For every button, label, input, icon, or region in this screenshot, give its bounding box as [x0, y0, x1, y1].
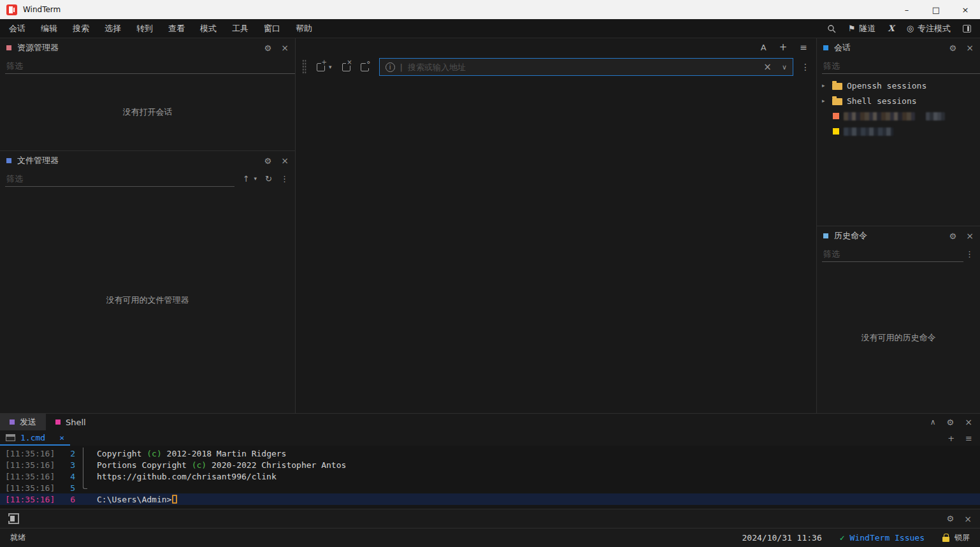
layout-icon[interactable]: [963, 25, 971, 33]
sessions-filter-input[interactable]: [823, 61, 900, 71]
terminal-line-number: 2: [51, 449, 75, 458]
gear-icon[interactable]: ⚙: [264, 156, 272, 166]
history-filter-input[interactable]: [823, 249, 900, 259]
menu-right-tools: ⚑ 隧道 X ◎ 专注模式: [827, 23, 971, 34]
more-dots-icon[interactable]: ⋮: [280, 174, 289, 184]
address-toolbar: ▾ i | × ∨ ⋮: [296, 56, 816, 78]
menu-item-mode[interactable]: 模式: [192, 19, 224, 38]
add-icon[interactable]: +: [948, 434, 955, 443]
tunnel-button[interactable]: ⚑ 隧道: [848, 23, 876, 34]
tab-send[interactable]: 发送: [0, 414, 46, 430]
tree-item-redacted-session[interactable]: [817, 108, 980, 124]
refresh-icon[interactable]: ↻: [265, 174, 272, 184]
tab-shell[interactable]: Shell: [46, 414, 96, 430]
menu-item-session[interactable]: 会话: [1, 19, 33, 38]
explorer-panel-header: 资源管理器 ⚙ ×: [0, 38, 295, 57]
close-icon[interactable]: ×: [59, 433, 64, 442]
gear-icon[interactable]: ⚙: [949, 43, 957, 53]
tree-item-shell-sessions[interactable]: ▸ Shell sessions: [817, 93, 980, 108]
more-dots-icon[interactable]: ⋮: [965, 249, 974, 259]
filter-underline: [822, 261, 963, 262]
terminal-output[interactable]: [11:35:16] 2 Copyright (c) 2012-2018 Mar…: [0, 446, 980, 509]
menu-item-tools[interactable]: 工具: [224, 19, 256, 38]
windterm-outline-icon[interactable]: [8, 513, 19, 524]
file-manager-panel-icon: [6, 158, 11, 163]
menu-item-view[interactable]: 查看: [161, 19, 192, 38]
session-type-icon: [833, 128, 839, 135]
gear-icon[interactable]: ⚙: [949, 231, 957, 241]
windterm-issues-link[interactable]: ✓ WindTerm Issues: [840, 533, 925, 543]
windterm-logo-icon: [6, 4, 17, 15]
shell-tab-icon: [55, 419, 61, 425]
history-panel-icon: [823, 233, 828, 238]
font-icon[interactable]: A: [761, 43, 767, 52]
clear-icon[interactable]: ×: [763, 61, 772, 73]
up-arrow-icon[interactable]: ↑: [243, 174, 250, 184]
menu-item-window[interactable]: 窗口: [256, 19, 288, 38]
windterm-window: WindTerm – □ × 会话 编辑 搜索 选择 转到 查看 模式 工具 窗…: [0, 0, 980, 547]
menu-item-goto[interactable]: 转到: [129, 19, 161, 38]
output-block-indicator: [80, 448, 93, 459]
hamburger-menu-icon[interactable]: ≡: [800, 42, 807, 52]
focus-mode-button[interactable]: ◎ 专注模式: [907, 23, 951, 34]
explorer-filter-input[interactable]: [6, 61, 83, 71]
search-icon[interactable]: [827, 24, 836, 33]
gear-icon[interactable]: ⚙: [947, 514, 955, 523]
file-manager-panel-actions: ⚙ ×: [264, 156, 289, 166]
file-manager-filter-input[interactable]: [6, 174, 83, 184]
menu-item-select[interactable]: 选择: [97, 19, 129, 38]
tree-item-label: Openssh sessions: [847, 81, 926, 91]
close-icon[interactable]: ×: [281, 43, 289, 52]
add-icon[interactable]: +: [779, 41, 788, 53]
close-icon[interactable]: ×: [966, 43, 974, 52]
more-dots-icon[interactable]: ⋮: [801, 62, 810, 72]
tab-1cmd[interactable]: 1.cmd ×: [0, 430, 70, 446]
close-tab-icon[interactable]: [342, 63, 350, 71]
terminal-line: [11:35:16] 2 Copyright (c) 2012-2018 Mar…: [0, 448, 980, 459]
left-column: 资源管理器 ⚙ × 没有打开会话 文件管理器 ⚙: [0, 38, 296, 413]
collapse-icon[interactable]: ∧: [930, 418, 936, 427]
tree-item-openssh-sessions[interactable]: ▸ Openssh sessions: [817, 78, 980, 93]
explorer-panel-icon: [6, 45, 11, 50]
close-button[interactable]: ×: [951, 0, 980, 19]
status-bar-right: 2024/10/31 11:36 ✓ WindTerm Issues 锁屏: [742, 532, 970, 543]
file-manager-panel: 文件管理器 ⚙ × ↑ ▾ ↻ ⋮ 没有可用的文件管理: [0, 151, 295, 413]
menu-item-edit[interactable]: 编辑: [33, 19, 65, 38]
info-icon[interactable]: i: [386, 62, 395, 72]
terminal-line-number: 5: [51, 483, 75, 493]
sessions-panel-actions: ⚙ ×: [949, 43, 974, 53]
menu-item-help[interactable]: 帮助: [288, 19, 320, 38]
terminal-timestamp: [11:35:16]: [0, 472, 51, 481]
terminal-timestamp: [11:35:16]: [0, 460, 51, 470]
address-bar[interactable]: i | × ∨: [379, 58, 793, 76]
chevron-down-icon[interactable]: ▾: [254, 175, 257, 182]
bottom-panel-actions: ∧ ⚙ ×: [930, 418, 980, 427]
new-tab-dropdown-icon[interactable]: ▾: [329, 64, 332, 70]
menu-item-search[interactable]: 搜索: [65, 19, 97, 38]
close-icon[interactable]: ×: [964, 514, 972, 523]
drag-handle[interactable]: [302, 59, 306, 75]
chevron-right-icon[interactable]: ▸: [822, 82, 828, 89]
file-manager-panel-header: 文件管理器 ⚙ ×: [0, 151, 295, 170]
close-icon[interactable]: ×: [965, 418, 972, 427]
reopen-tab-icon[interactable]: [361, 63, 369, 71]
hamburger-menu-icon[interactable]: ≡: [965, 434, 972, 443]
center-top-toolbar: A + ≡: [296, 38, 816, 56]
close-icon[interactable]: ×: [966, 231, 974, 240]
maximize-button[interactable]: □: [921, 0, 951, 19]
cmd-window-icon: [6, 434, 15, 441]
address-bar-actions: × ∨: [763, 61, 787, 73]
x-engine-button[interactable]: X: [888, 24, 895, 33]
chevron-right-icon[interactable]: ▸: [822, 98, 828, 104]
gear-icon[interactable]: ⚙: [947, 418, 955, 427]
gear-icon[interactable]: ⚙: [264, 43, 272, 53]
file-manager-empty-text: 没有可用的文件管理器: [0, 187, 295, 413]
chevron-down-icon[interactable]: ∨: [782, 63, 787, 71]
address-input[interactable]: [408, 62, 758, 72]
close-icon[interactable]: ×: [281, 156, 289, 165]
new-tab-icon[interactable]: [317, 63, 325, 71]
tree-item-redacted-session[interactable]: [817, 124, 980, 139]
sessions-panel-title: 会话: [834, 42, 851, 54]
minimize-button[interactable]: –: [892, 0, 921, 19]
lock-screen-button[interactable]: 锁屏: [942, 532, 970, 543]
